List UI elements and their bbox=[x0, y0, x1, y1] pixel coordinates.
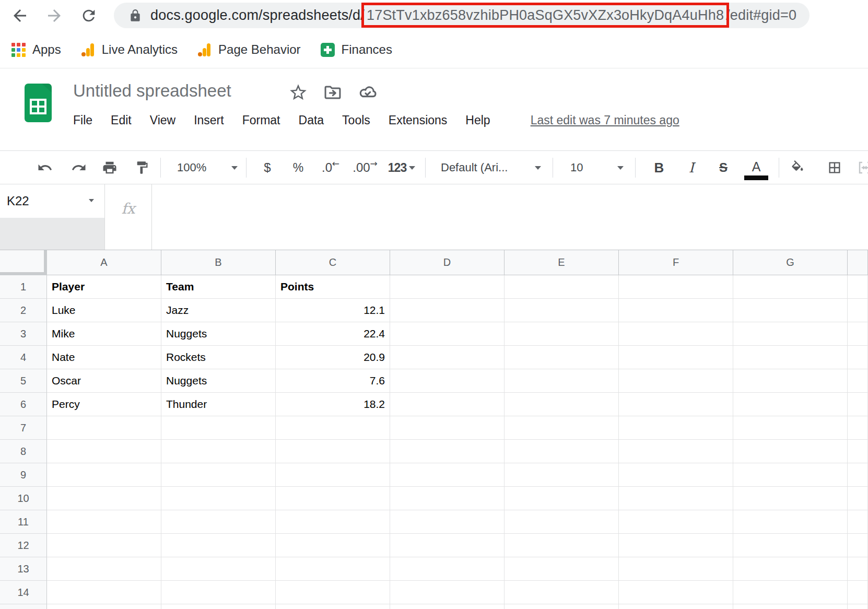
move-folder-icon[interactable] bbox=[323, 83, 343, 102]
cell-G2[interactable] bbox=[733, 299, 848, 322]
paint-format-button[interactable] bbox=[132, 151, 153, 184]
row-header-8[interactable]: 8 bbox=[0, 440, 47, 463]
cell-H15[interactable] bbox=[848, 604, 868, 609]
select-all-corner[interactable] bbox=[0, 250, 47, 275]
cell-H5[interactable] bbox=[848, 369, 868, 393]
address-bar[interactable]: docs.google.com/spreadsheets/d/17StTv1xb… bbox=[114, 3, 810, 28]
row-header-14[interactable]: 14 bbox=[0, 581, 47, 604]
column-header-A[interactable]: A bbox=[47, 250, 161, 275]
cell-A13[interactable] bbox=[47, 557, 161, 581]
row-header-3[interactable]: 3 bbox=[0, 322, 47, 346]
cell-F3[interactable] bbox=[619, 322, 733, 346]
cell-C5[interactable]: 7.6 bbox=[276, 369, 390, 393]
cell-C14[interactable] bbox=[276, 581, 390, 604]
menu-extensions[interactable]: Extensions bbox=[389, 113, 448, 127]
cell-B9[interactable] bbox=[161, 463, 276, 487]
font-size-select[interactable]: 10 bbox=[560, 151, 630, 184]
cell-G9[interactable] bbox=[733, 463, 848, 487]
cell-H12[interactable] bbox=[848, 534, 868, 557]
cell-E14[interactable] bbox=[505, 581, 619, 604]
undo-button[interactable] bbox=[34, 151, 55, 184]
cell-A4[interactable]: Nate bbox=[47, 346, 161, 369]
cell-A11[interactable] bbox=[47, 510, 161, 534]
cell-A1[interactable]: Player bbox=[47, 275, 161, 299]
cell-H13[interactable] bbox=[848, 557, 868, 581]
cell-F9[interactable] bbox=[619, 463, 733, 487]
google-sheets-logo-icon[interactable] bbox=[24, 83, 52, 123]
row-header-5[interactable]: 5 bbox=[0, 369, 47, 393]
cell-F2[interactable] bbox=[619, 299, 733, 322]
cell-B2[interactable]: Jazz bbox=[161, 299, 276, 322]
cell-B10[interactable] bbox=[161, 487, 276, 510]
cell-G8[interactable] bbox=[733, 440, 848, 463]
cell-G15[interactable] bbox=[733, 604, 848, 609]
column-header-E[interactable]: E bbox=[505, 250, 619, 275]
browser-reload-button[interactable] bbox=[78, 5, 99, 26]
cell-F1[interactable] bbox=[619, 275, 733, 299]
cell-C9[interactable] bbox=[276, 463, 390, 487]
cell-G11[interactable] bbox=[733, 510, 848, 534]
cell-H2[interactable] bbox=[848, 299, 868, 322]
cell-D13[interactable] bbox=[390, 557, 505, 581]
cell-D15[interactable] bbox=[390, 604, 505, 609]
cell-E9[interactable] bbox=[505, 463, 619, 487]
format-percent-button[interactable]: % bbox=[288, 151, 309, 184]
more-formats-button[interactable]: 123 bbox=[384, 151, 419, 184]
cell-F7[interactable] bbox=[619, 416, 733, 440]
cell-H9[interactable] bbox=[848, 463, 868, 487]
cell-A2[interactable]: Luke bbox=[47, 299, 161, 322]
strikethrough-button[interactable]: S bbox=[713, 151, 733, 184]
row-header-13[interactable]: 13 bbox=[0, 557, 47, 581]
row-header-9[interactable]: 9 bbox=[0, 463, 47, 487]
column-header-G[interactable]: G bbox=[733, 250, 848, 275]
fill-color-button[interactable] bbox=[786, 151, 809, 184]
cell-B12[interactable] bbox=[161, 534, 276, 557]
zoom-select[interactable]: 100% bbox=[170, 151, 243, 184]
cell-E5[interactable] bbox=[505, 369, 619, 393]
column-header-F[interactable]: F bbox=[619, 250, 733, 275]
cell-E7[interactable] bbox=[505, 416, 619, 440]
cell-G7[interactable] bbox=[733, 416, 848, 440]
cell-D2[interactable] bbox=[390, 299, 505, 322]
font-family-select[interactable]: Default (Ari... bbox=[432, 151, 547, 184]
cell-A14[interactable] bbox=[47, 581, 161, 604]
cell-A3[interactable]: Mike bbox=[47, 322, 161, 346]
row-header-12[interactable]: 12 bbox=[0, 534, 47, 557]
browser-forward-button[interactable] bbox=[44, 5, 65, 26]
print-button[interactable] bbox=[99, 151, 120, 184]
cell-C6[interactable]: 18.2 bbox=[276, 393, 390, 416]
cell-E12[interactable] bbox=[505, 534, 619, 557]
cell-C12[interactable] bbox=[276, 534, 390, 557]
cell-B4[interactable]: Rockets bbox=[161, 346, 276, 369]
cell-D14[interactable] bbox=[390, 581, 505, 604]
cloud-check-icon[interactable] bbox=[357, 83, 378, 103]
bookmark-page-behavior[interactable]: Page Behavior bbox=[197, 42, 300, 57]
cell-F15[interactable] bbox=[619, 604, 733, 609]
text-color-button[interactable]: A bbox=[745, 151, 768, 184]
cell-G1[interactable] bbox=[733, 275, 848, 299]
menu-view[interactable]: View bbox=[150, 113, 175, 127]
row-header-1[interactable]: 1 bbox=[0, 275, 47, 299]
cell-A10[interactable] bbox=[47, 487, 161, 510]
cell-G5[interactable] bbox=[733, 369, 848, 393]
url-text[interactable]: docs.google.com/spreadsheets/d/17StTv1xb… bbox=[150, 7, 796, 24]
cell-E10[interactable] bbox=[505, 487, 619, 510]
cell-F12[interactable] bbox=[619, 534, 733, 557]
menu-insert[interactable]: Insert bbox=[194, 113, 224, 127]
cell-H8[interactable] bbox=[848, 440, 868, 463]
row-header-11[interactable]: 11 bbox=[0, 510, 47, 534]
decrease-decimal-button[interactable]: .0← bbox=[315, 151, 338, 184]
cell-E11[interactable] bbox=[505, 510, 619, 534]
cell-D7[interactable] bbox=[390, 416, 505, 440]
menu-edit[interactable]: Edit bbox=[111, 113, 132, 127]
cell-C15[interactable] bbox=[276, 604, 390, 609]
row-header-10[interactable]: 10 bbox=[0, 487, 47, 510]
cell-A9[interactable] bbox=[47, 463, 161, 487]
cell-E1[interactable] bbox=[505, 275, 619, 299]
cell-G14[interactable] bbox=[733, 581, 848, 604]
cell-B5[interactable]: Nuggets bbox=[161, 369, 276, 393]
cell-B3[interactable]: Nuggets bbox=[161, 322, 276, 346]
cell-B11[interactable] bbox=[161, 510, 276, 534]
cell-B14[interactable] bbox=[161, 581, 276, 604]
cell-D8[interactable] bbox=[390, 440, 505, 463]
